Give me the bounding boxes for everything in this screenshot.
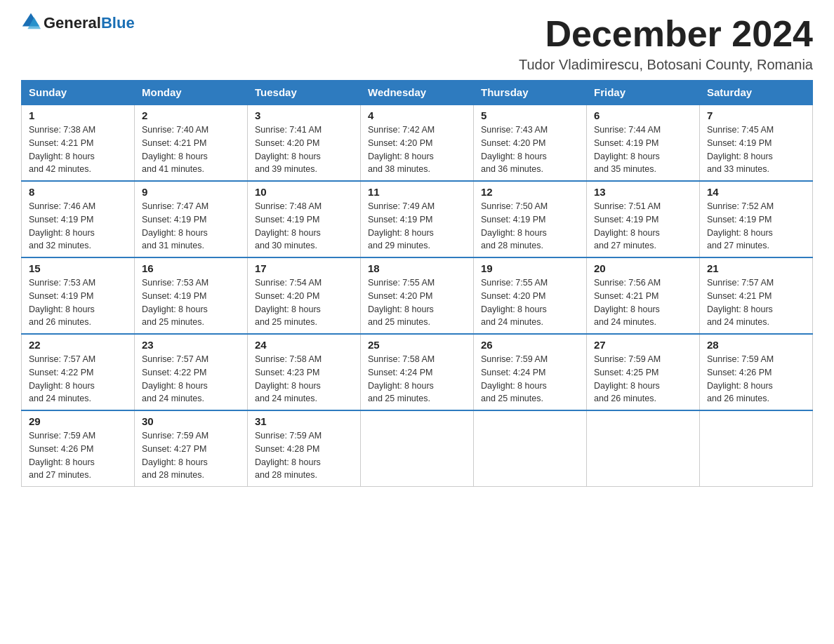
day-number: 11 xyxy=(368,186,466,198)
day-info: Sunrise: 7:46 AMSunset: 4:19 PMDaylight:… xyxy=(29,200,127,253)
day-number: 2 xyxy=(142,109,240,121)
day-number: 16 xyxy=(142,262,240,274)
day-info: Sunrise: 7:43 AMSunset: 4:20 PMDaylight:… xyxy=(481,123,579,176)
month-title: December 2024 xyxy=(519,14,813,54)
day-cell-8: 8Sunrise: 7:46 AMSunset: 4:19 PMDaylight… xyxy=(22,181,135,257)
empty-cell xyxy=(361,410,474,487)
day-cell-4: 4Sunrise: 7:42 AMSunset: 4:20 PMDaylight… xyxy=(361,105,474,181)
day-cell-24: 24Sunrise: 7:58 AMSunset: 4:23 PMDayligh… xyxy=(248,334,361,410)
title-block: December 2024 Tudor Vladimirescu, Botosa… xyxy=(519,14,813,73)
day-cell-3: 3Sunrise: 7:41 AMSunset: 4:20 PMDaylight… xyxy=(248,105,361,181)
location-subtitle: Tudor Vladimirescu, Botosani County, Rom… xyxy=(519,57,813,73)
day-info: Sunrise: 7:58 AMSunset: 4:23 PMDaylight:… xyxy=(255,353,353,405)
weekday-header-monday: Monday xyxy=(135,81,248,105)
day-info: Sunrise: 7:59 AMSunset: 4:27 PMDaylight:… xyxy=(142,429,240,482)
weekday-header-saturday: Saturday xyxy=(700,81,813,105)
day-info: Sunrise: 7:49 AMSunset: 4:19 PMDaylight:… xyxy=(368,200,466,253)
day-number: 9 xyxy=(142,186,240,198)
day-cell-2: 2Sunrise: 7:40 AMSunset: 4:21 PMDaylight… xyxy=(135,105,248,181)
weekday-header-thursday: Thursday xyxy=(474,81,587,105)
day-number: 20 xyxy=(594,262,692,274)
day-cell-19: 19Sunrise: 7:55 AMSunset: 4:20 PMDayligh… xyxy=(474,257,587,334)
day-info: Sunrise: 7:47 AMSunset: 4:19 PMDaylight:… xyxy=(142,200,240,253)
empty-cell xyxy=(587,410,700,487)
day-info: Sunrise: 7:41 AMSunset: 4:20 PMDaylight:… xyxy=(255,123,353,176)
day-info: Sunrise: 7:57 AMSunset: 4:22 PMDaylight:… xyxy=(29,353,127,405)
day-number: 6 xyxy=(594,109,692,121)
day-cell-14: 14Sunrise: 7:52 AMSunset: 4:19 PMDayligh… xyxy=(700,181,813,257)
day-cell-9: 9Sunrise: 7:47 AMSunset: 4:19 PMDaylight… xyxy=(135,181,248,257)
day-info: Sunrise: 7:44 AMSunset: 4:19 PMDaylight:… xyxy=(594,123,692,176)
day-number: 25 xyxy=(368,339,466,351)
day-number: 7 xyxy=(707,109,805,121)
day-cell-6: 6Sunrise: 7:44 AMSunset: 4:19 PMDaylight… xyxy=(587,105,700,181)
weekday-header-tuesday: Tuesday xyxy=(248,81,361,105)
day-number: 8 xyxy=(29,186,127,198)
day-cell-20: 20Sunrise: 7:56 AMSunset: 4:21 PMDayligh… xyxy=(587,257,700,334)
day-number: 26 xyxy=(481,339,579,351)
week-row-1: 1Sunrise: 7:38 AMSunset: 4:21 PMDaylight… xyxy=(22,105,813,181)
weekday-header-wednesday: Wednesday xyxy=(361,81,474,105)
day-cell-27: 27Sunrise: 7:59 AMSunset: 4:25 PMDayligh… xyxy=(587,334,700,410)
day-number: 27 xyxy=(594,339,692,351)
week-row-5: 29Sunrise: 7:59 AMSunset: 4:26 PMDayligh… xyxy=(22,410,813,487)
day-number: 10 xyxy=(255,186,353,198)
week-row-3: 15Sunrise: 7:53 AMSunset: 4:19 PMDayligh… xyxy=(22,257,813,334)
day-info: Sunrise: 7:48 AMSunset: 4:19 PMDaylight:… xyxy=(255,200,353,253)
day-number: 1 xyxy=(29,109,127,121)
day-info: Sunrise: 7:55 AMSunset: 4:20 PMDaylight:… xyxy=(481,276,579,329)
week-row-4: 22Sunrise: 7:57 AMSunset: 4:22 PMDayligh… xyxy=(22,334,813,410)
day-info: Sunrise: 7:57 AMSunset: 4:21 PMDaylight:… xyxy=(707,276,805,329)
day-number: 15 xyxy=(29,262,127,274)
day-number: 24 xyxy=(255,339,353,351)
day-info: Sunrise: 7:42 AMSunset: 4:20 PMDaylight:… xyxy=(368,123,466,176)
day-info: Sunrise: 7:58 AMSunset: 4:24 PMDaylight:… xyxy=(368,353,466,405)
day-info: Sunrise: 7:55 AMSunset: 4:20 PMDaylight:… xyxy=(368,276,466,329)
day-cell-17: 17Sunrise: 7:54 AMSunset: 4:20 PMDayligh… xyxy=(248,257,361,334)
day-number: 21 xyxy=(707,262,805,274)
day-cell-18: 18Sunrise: 7:55 AMSunset: 4:20 PMDayligh… xyxy=(361,257,474,334)
day-info: Sunrise: 7:59 AMSunset: 4:26 PMDaylight:… xyxy=(707,353,805,405)
day-number: 22 xyxy=(29,339,127,351)
day-cell-28: 28Sunrise: 7:59 AMSunset: 4:26 PMDayligh… xyxy=(700,334,813,410)
day-info: Sunrise: 7:40 AMSunset: 4:21 PMDaylight:… xyxy=(142,123,240,176)
day-info: Sunrise: 7:53 AMSunset: 4:19 PMDaylight:… xyxy=(29,276,127,329)
day-info: Sunrise: 7:56 AMSunset: 4:21 PMDaylight:… xyxy=(594,276,692,329)
day-cell-7: 7Sunrise: 7:45 AMSunset: 4:19 PMDaylight… xyxy=(700,105,813,181)
day-number: 31 xyxy=(255,415,353,427)
day-number: 12 xyxy=(481,186,579,198)
weekday-header-row: SundayMondayTuesdayWednesdayThursdayFrid… xyxy=(22,81,813,105)
logo: GeneralBlue xyxy=(21,14,135,32)
day-cell-23: 23Sunrise: 7:57 AMSunset: 4:22 PMDayligh… xyxy=(135,334,248,410)
empty-cell xyxy=(700,410,813,487)
day-cell-26: 26Sunrise: 7:59 AMSunset: 4:24 PMDayligh… xyxy=(474,334,587,410)
day-cell-13: 13Sunrise: 7:51 AMSunset: 4:19 PMDayligh… xyxy=(587,181,700,257)
page-header: GeneralBlue December 2024 Tudor Vladimir… xyxy=(21,14,813,73)
day-number: 3 xyxy=(255,109,353,121)
day-info: Sunrise: 7:50 AMSunset: 4:19 PMDaylight:… xyxy=(481,200,579,253)
day-info: Sunrise: 7:51 AMSunset: 4:19 PMDaylight:… xyxy=(594,200,692,253)
day-cell-10: 10Sunrise: 7:48 AMSunset: 4:19 PMDayligh… xyxy=(248,181,361,257)
day-cell-25: 25Sunrise: 7:58 AMSunset: 4:24 PMDayligh… xyxy=(361,334,474,410)
weekday-header-friday: Friday xyxy=(587,81,700,105)
day-cell-29: 29Sunrise: 7:59 AMSunset: 4:26 PMDayligh… xyxy=(22,410,135,487)
empty-cell xyxy=(474,410,587,487)
day-number: 5 xyxy=(481,109,579,121)
day-number: 30 xyxy=(142,415,240,427)
day-cell-1: 1Sunrise: 7:38 AMSunset: 4:21 PMDaylight… xyxy=(22,105,135,181)
day-number: 4 xyxy=(368,109,466,121)
day-info: Sunrise: 7:59 AMSunset: 4:28 PMDaylight:… xyxy=(255,429,353,482)
day-cell-21: 21Sunrise: 7:57 AMSunset: 4:21 PMDayligh… xyxy=(700,257,813,334)
day-number: 28 xyxy=(707,339,805,351)
day-number: 17 xyxy=(255,262,353,274)
day-info: Sunrise: 7:38 AMSunset: 4:21 PMDaylight:… xyxy=(29,123,127,176)
day-cell-15: 15Sunrise: 7:53 AMSunset: 4:19 PMDayligh… xyxy=(22,257,135,334)
day-info: Sunrise: 7:59 AMSunset: 4:24 PMDaylight:… xyxy=(481,353,579,405)
logo-blue: Blue xyxy=(101,14,135,32)
day-info: Sunrise: 7:54 AMSunset: 4:20 PMDaylight:… xyxy=(255,276,353,329)
day-cell-22: 22Sunrise: 7:57 AMSunset: 4:22 PMDayligh… xyxy=(22,334,135,410)
day-info: Sunrise: 7:45 AMSunset: 4:19 PMDaylight:… xyxy=(707,123,805,176)
day-cell-31: 31Sunrise: 7:59 AMSunset: 4:28 PMDayligh… xyxy=(248,410,361,487)
day-number: 19 xyxy=(481,262,579,274)
logo-icon xyxy=(21,12,41,32)
